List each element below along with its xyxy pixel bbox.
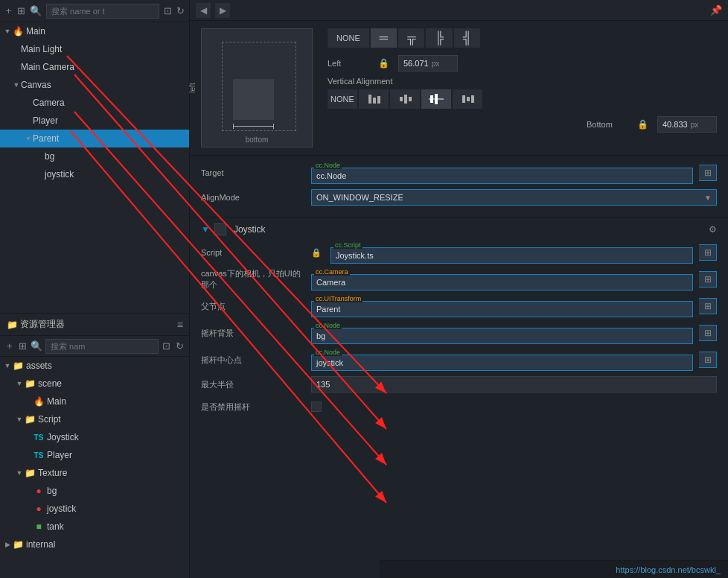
asset-item-player-ts[interactable]: TS Player bbox=[0, 446, 189, 464]
asset-tree: ▼ 📁 assets ▼ 📁 scene 🔥 Main ▼ 📁 Script T… bbox=[0, 357, 189, 578]
asset-label-scene: scene bbox=[38, 378, 62, 389]
pin-btn[interactable]: 📌 bbox=[710, 4, 722, 16]
asset-menu-icon[interactable]: ≡ bbox=[177, 319, 183, 331]
inner-box bbox=[233, 79, 274, 120]
tree-label-joystick: joystick bbox=[45, 169, 74, 180]
target-link-btn[interactable]: ⊞ bbox=[699, 165, 717, 181]
sort-icon[interactable]: ⊞ bbox=[17, 4, 25, 18]
joystick-link-btn[interactable]: ⊞ bbox=[699, 352, 717, 368]
svg-rect-9 bbox=[462, 95, 465, 103]
joystick-checkbox[interactable] bbox=[214, 223, 226, 235]
max-radius-value[interactable]: 135 bbox=[311, 376, 717, 393]
asset-item-joystick-ts[interactable]: TS Joystick bbox=[0, 428, 189, 446]
target-field-container: cc.Node cc.Node bbox=[311, 168, 693, 184]
left-value-box: 56.071 px bbox=[398, 55, 458, 72]
asset-add-icon[interactable]: + bbox=[4, 340, 15, 353]
parent-value[interactable]: Parent bbox=[311, 301, 693, 317]
add-icon[interactable]: + bbox=[4, 4, 13, 18]
joystick-gear-icon[interactable]: ⚙ bbox=[709, 224, 717, 235]
bottom-label: bottom bbox=[246, 136, 269, 144]
tree-item-camera[interactable]: Camera bbox=[0, 94, 189, 112]
target-value[interactable]: cc.Node bbox=[311, 168, 693, 184]
svg-rect-2 bbox=[377, 96, 380, 104]
align-tab-h4[interactable]: ╣ bbox=[454, 28, 480, 48]
tree-label-main-camera: Main Camera bbox=[21, 62, 74, 72]
tree-item-main[interactable]: ▼ 🔥 Main bbox=[0, 22, 189, 40]
camera-link-btn[interactable]: ⊞ bbox=[699, 271, 717, 288]
nav-prev-btn[interactable]: ◀ bbox=[196, 3, 211, 18]
asset-item-tex-tank[interactable]: ■ tank bbox=[0, 518, 189, 536]
asset-item-assets[interactable]: ▼ 📁 assets bbox=[0, 357, 189, 375]
filter-icon[interactable]: ⊡ bbox=[164, 4, 172, 18]
refresh-icon[interactable]: ↻ bbox=[176, 4, 185, 18]
align-tab-h1[interactable]: ═ bbox=[371, 28, 397, 48]
asset-filter-icon[interactable]: ⊡ bbox=[162, 340, 172, 353]
disable-row: 是否禁用摇杆 bbox=[201, 398, 717, 416]
bg-value[interactable]: bg bbox=[311, 328, 693, 344]
disable-checkbox[interactable] bbox=[311, 401, 322, 412]
align-tab-none[interactable]: NONE bbox=[328, 28, 369, 48]
script-link-btn[interactable]: ⊞ bbox=[699, 244, 717, 261]
tree-label-canvas: Canvas bbox=[21, 80, 51, 90]
vert-tab-4[interactable] bbox=[453, 89, 482, 109]
search-icon[interactable]: 🔍 bbox=[30, 4, 42, 18]
left-value: 56.071 bbox=[403, 59, 429, 68]
svg-rect-1 bbox=[373, 98, 376, 104]
asset-item-scene[interactable]: ▼ 📁 scene bbox=[0, 375, 189, 393]
asset-manager-panel: 📁 资源管理器 ≡ + ⊞ 🔍 ⊡ ↻ ▼ 📁 assets ▼ 📁 scene… bbox=[0, 313, 190, 578]
asset-search-input[interactable] bbox=[45, 339, 159, 354]
bottom-prop-row: Bottom 🔒 40.833 px bbox=[328, 116, 717, 133]
layout-preview-container: left bottom bbox=[201, 28, 313, 147]
vert-tab-1[interactable] bbox=[359, 89, 389, 109]
scene-tree: ▼ 🔥 Main Main Light Main Camera ▼ Canvas… bbox=[0, 22, 189, 313]
script-value[interactable]: Joystick.ts bbox=[331, 247, 693, 264]
joystick-collapse-icon[interactable]: ▼ bbox=[201, 224, 210, 235]
vert-align-tabs: NONE bbox=[328, 89, 717, 109]
alignmode-label: AlignMode bbox=[201, 193, 305, 202]
layout-preview: left bottom bbox=[201, 28, 313, 147]
bottom-url[interactable]: https://blog.csdn.net/bcswkl_ bbox=[616, 565, 721, 574]
vert-tab-none[interactable]: NONE bbox=[328, 89, 357, 109]
tree-item-main-camera[interactable]: Main Camera bbox=[0, 58, 189, 76]
tree-item-bg[interactable]: bg bbox=[0, 147, 189, 165]
vert-tab-2[interactable] bbox=[390, 89, 420, 109]
tree-item-canvas[interactable]: ▼ Canvas bbox=[0, 76, 189, 94]
alignmode-arrow: ▼ bbox=[704, 194, 712, 202]
tree-item-parent[interactable]: ▼ Parent bbox=[0, 130, 189, 147]
asset-item-tex-bg[interactable]: ● bg bbox=[0, 482, 189, 500]
tree-item-main-light[interactable]: Main Light bbox=[0, 40, 189, 58]
asset-label-assets: assets bbox=[26, 361, 52, 371]
asset-label-player-ts: Player bbox=[47, 450, 72, 460]
tree-item-player[interactable]: Player bbox=[0, 112, 189, 130]
asset-item-internal[interactable]: ▶ 📁 internal bbox=[0, 536, 189, 553]
target-row: Target cc.Node cc.Node ⊞ bbox=[201, 162, 717, 184]
scene-tree-panel: + ⊞ 🔍 ⊡ ↻ ▼ 🔥 Main Main Light Main Camer… bbox=[0, 0, 190, 313]
tree-item-joystick[interactable]: joystick bbox=[0, 165, 189, 183]
left-lock-icon[interactable]: 🔒 bbox=[378, 58, 389, 69]
alignmode-row: AlignMode ON_WINDOW_RESIZE ▼ bbox=[201, 188, 717, 206]
scene-search-input[interactable] bbox=[46, 4, 159, 19]
parent-type-label: cc.UITransform bbox=[314, 295, 363, 302]
camera-value[interactable]: Camera bbox=[311, 274, 693, 290]
script-lock-icon[interactable]: 🔒 bbox=[311, 248, 322, 258]
align-tab-h2[interactable]: ╦ bbox=[398, 28, 424, 48]
align-tab-h3[interactable]: ╠ bbox=[426, 28, 452, 48]
nav-next-btn[interactable]: ▶ bbox=[215, 3, 230, 18]
asset-sort-icon[interactable]: ⊞ bbox=[18, 340, 28, 353]
asset-search-icon[interactable]: 🔍 bbox=[31, 340, 42, 353]
asset-item-texture[interactable]: ▼ 📁 Texture bbox=[0, 464, 189, 482]
alignmode-dropdown[interactable]: ON_WINDOW_RESIZE ▼ bbox=[311, 189, 717, 206]
bottom-lock-icon[interactable]: 🔒 bbox=[637, 119, 648, 130]
asset-refresh-icon[interactable]: ↻ bbox=[175, 340, 185, 353]
tree-label-main: Main bbox=[26, 26, 45, 36]
vert-tab-3[interactable] bbox=[421, 89, 451, 109]
bg-link-btn[interactable]: ⊞ bbox=[699, 325, 717, 341]
asset-item-tex-joystick[interactable]: ● joystick bbox=[0, 500, 189, 518]
parent-link-btn[interactable]: ⊞ bbox=[699, 298, 717, 314]
bg-label: 摇杆背景 bbox=[201, 328, 305, 339]
asset-item-script[interactable]: ▼ 📁 Script bbox=[0, 410, 189, 428]
asset-item-scene-main[interactable]: 🔥 Main bbox=[0, 393, 189, 410]
right-panel: ◀ ▶ 📌 left bbox=[190, 0, 728, 578]
joystick-value[interactable]: joystick bbox=[311, 355, 693, 371]
vert-icon-4 bbox=[460, 92, 475, 106]
